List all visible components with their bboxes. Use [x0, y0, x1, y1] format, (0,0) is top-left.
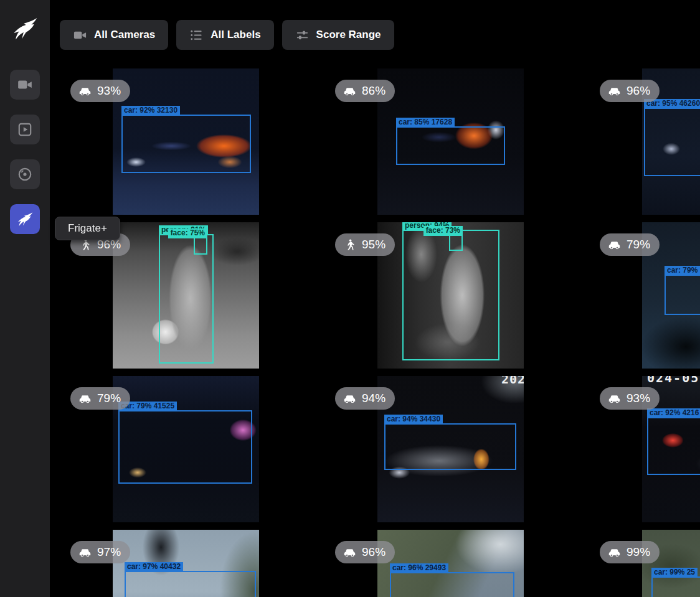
sidebar-item-review[interactable]	[10, 115, 40, 144]
face-label: face: 75%	[168, 228, 207, 238]
car-icon	[608, 85, 621, 98]
main-content: All Cameras All Labels Score Range 93% c…	[50, 0, 700, 597]
badge-score: 99%	[627, 545, 650, 559]
bounding-box: car: 92% 4216	[647, 417, 700, 475]
bounding-box: car: 96% 29493	[390, 572, 514, 597]
detection-tile[interactable]: 96% car: 96% 29493	[324, 530, 589, 597]
bbox-label: car: 79%	[665, 266, 700, 276]
sidebar-item-export[interactable]	[10, 159, 40, 189]
bounding-box: car: 85% 17628	[396, 126, 505, 165]
frigate-plus-tooltip: Frigate+	[55, 217, 120, 240]
bbox-label: car: 92% 32130	[121, 106, 180, 116]
camera-timestamp: 202	[501, 376, 524, 387]
score-badge: 79%	[600, 233, 660, 256]
detection-thumbnail[interactable]: person: 91% face: 75%	[113, 222, 259, 369]
detection-tile[interactable]: 94% 202 car: 94% 34430	[324, 376, 589, 530]
score-badge: 96%	[335, 541, 395, 563]
score-badge: 99%	[600, 541, 660, 563]
badge-score: 94%	[362, 392, 385, 405]
disc-icon	[17, 166, 33, 182]
detection-tile[interactable]: 79% car: 79%	[589, 222, 700, 376]
score-badge: 93%	[600, 387, 660, 410]
sidebar-item-live[interactable]	[10, 70, 40, 100]
detection-thumbnail[interactable]: car: 79% 41525	[113, 376, 259, 522]
detection-tile[interactable]: 99% car: 99% 25	[589, 530, 700, 597]
detection-thumbnail[interactable]: car: 96% 29493	[377, 530, 524, 597]
car-icon	[608, 238, 621, 251]
detection-thumbnail[interactable]: car: 99% 25	[642, 530, 700, 597]
filter-label: All Labels	[210, 29, 260, 41]
detection-thumbnail[interactable]: car: 92% 32130	[113, 68, 259, 215]
score-range-filter-button[interactable]: Score Range	[282, 20, 394, 50]
review-icon	[17, 121, 33, 138]
score-badge: 86%	[335, 80, 395, 102]
score-badge: 95%	[335, 233, 395, 256]
face-label: face: 73%	[423, 226, 463, 236]
bounding-box: car: 94% 34430	[384, 423, 516, 470]
badge-score: 86%	[362, 84, 385, 98]
filter-toolbar: All Cameras All Labels Score Range	[60, 20, 700, 50]
car-icon	[343, 546, 356, 559]
camera-icon	[73, 28, 87, 42]
bbox-label: car: 97% 40432	[125, 562, 183, 572]
score-badge: 94%	[335, 387, 395, 410]
detection-tile[interactable]: 96% person: 91% face: 75%	[60, 222, 324, 376]
badge-score: 95%	[362, 238, 385, 251]
car-icon	[78, 85, 92, 98]
face-bounding-box: face: 75%	[194, 237, 207, 255]
detection-tile[interactable]: 79% car: 79% 41525	[60, 376, 324, 530]
detection-thumbnail[interactable]: car: 97% 40432	[113, 530, 259, 597]
sidebar	[0, 0, 50, 597]
camera-icon	[17, 77, 33, 93]
bbox-label: car: 94% 34430	[384, 415, 443, 425]
frigate-logo	[11, 15, 39, 42]
detection-thumbnail[interactable]: car: 85% 17628	[377, 68, 524, 215]
bounding-box: car: 79% 41525	[118, 410, 252, 484]
detection-tile[interactable]: 86% car: 85% 17628	[324, 68, 589, 222]
face-bounding-box: face: 73%	[449, 235, 463, 251]
score-badge: 96%	[600, 80, 660, 102]
score-badge: 93%	[70, 80, 130, 102]
badge-score: 93%	[627, 392, 650, 405]
bounding-box: car: 99% 25	[651, 576, 700, 597]
car-icon	[608, 392, 621, 405]
detection-thumbnail[interactable]: person: 94% face: 73%	[377, 222, 524, 369]
bounding-box: car: 95% 46260	[644, 108, 700, 176]
bbox-label: car: 85% 17628	[396, 118, 455, 128]
car-icon	[608, 546, 621, 559]
score-badge: 79%	[70, 387, 130, 410]
detection-tile[interactable]: 93% 024-05 0 car: 92% 4216	[589, 376, 700, 530]
sliders-icon	[295, 28, 310, 42]
badge-score: 93%	[97, 84, 121, 98]
detection-tile[interactable]: 97% car: 97% 40432	[60, 530, 324, 597]
detection-thumbnail[interactable]: 202 car: 94% 34430	[377, 376, 524, 522]
tooltip-label: Frigate+	[68, 222, 107, 234]
badge-score: 96%	[627, 84, 650, 98]
all-cameras-filter-button[interactable]: All Cameras	[60, 20, 168, 50]
camera-timestamp: 024-05 0	[647, 376, 700, 385]
detections-grid: 93% car: 92% 32130 86% car: 85% 17628	[60, 68, 700, 597]
car-icon	[78, 392, 92, 405]
detection-tile[interactable]: 95% person: 94% face: 73%	[324, 222, 589, 376]
sidebar-item-frigate-plus[interactable]	[10, 204, 40, 234]
person-icon	[343, 238, 356, 251]
score-badge: 97%	[70, 541, 130, 563]
all-labels-filter-button[interactable]: All Labels	[176, 20, 273, 50]
bird-icon	[16, 210, 34, 228]
filter-label: All Cameras	[94, 29, 155, 41]
car-icon	[343, 85, 356, 98]
detection-tile[interactable]: 93% car: 92% 32130	[60, 68, 324, 222]
bounding-box: car: 79%	[665, 275, 700, 315]
detection-tile[interactable]: 96% car: 95% 46260	[589, 68, 700, 222]
bounding-box: car: 92% 32130	[121, 115, 251, 173]
badge-score: 79%	[627, 238, 650, 251]
filter-label: Score Range	[316, 29, 381, 41]
car-icon	[78, 546, 92, 559]
list-icon	[189, 28, 204, 42]
car-icon	[343, 392, 356, 405]
bbox-label: car: 99% 25	[651, 568, 698, 578]
badge-score: 79%	[97, 392, 121, 405]
bbox-label: car: 92% 4216	[647, 408, 700, 418]
bbox-label: car: 96% 29493	[390, 563, 448, 573]
bounding-box: car: 97% 40432	[125, 571, 256, 597]
